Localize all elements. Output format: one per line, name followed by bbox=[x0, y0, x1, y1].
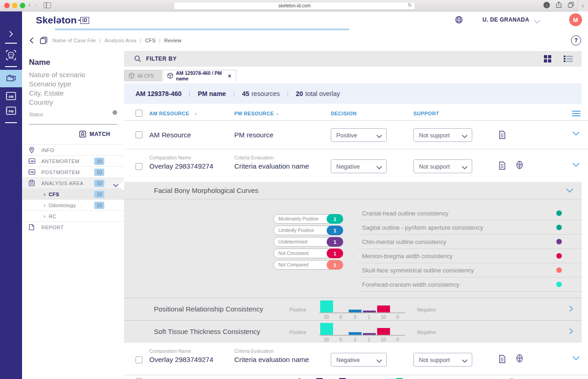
rail-case-files-button[interactable] bbox=[0, 73, 22, 85]
criteria-evaluation-name: Criteria evaluation name bbox=[234, 162, 309, 170]
close-tab-icon[interactable]: ✕ bbox=[228, 74, 232, 79]
breadcrumb-item[interactable]: Name of Case File bbox=[52, 38, 96, 43]
skull-overlay-icon[interactable] bbox=[515, 354, 524, 363]
report-document-icon[interactable] bbox=[498, 161, 506, 170]
match-icon bbox=[79, 130, 86, 138]
back-chevron-icon[interactable] bbox=[29, 37, 34, 46]
nav-item-report[interactable]: REPORT bbox=[22, 221, 124, 232]
rail-face-scan-button[interactable] bbox=[0, 49, 22, 61]
criterion-row[interactable]: Chin-mental outline consistency bbox=[357, 235, 582, 249]
sort-asc-icon[interactable]: ▲ bbox=[194, 112, 198, 116]
bar-column bbox=[319, 323, 334, 335]
close-window-button[interactable] bbox=[4, 3, 10, 8]
am-icon: AM bbox=[28, 158, 36, 164]
select-all-checkbox[interactable] bbox=[136, 110, 142, 117]
breadcrumb-item[interactable]: Review bbox=[164, 38, 181, 43]
chevron-down-icon bbox=[462, 357, 468, 364]
match-label: MATCH bbox=[90, 131, 110, 137]
breadcrumb-item[interactable]: Analysis Area bbox=[105, 38, 136, 43]
nav-item-info[interactable]: INFO bbox=[22, 144, 124, 155]
nav-item-antemortem[interactable]: AMANTEMORTEM10 bbox=[22, 155, 124, 166]
new-tab-button[interactable]: + bbox=[577, 0, 588, 11]
report-document-icon[interactable] bbox=[498, 355, 506, 363]
bar-undetermined bbox=[363, 311, 376, 312]
browser-sidebar-icon[interactable] bbox=[44, 2, 51, 8]
row-checkbox[interactable] bbox=[136, 163, 142, 170]
expand-row-chevron[interactable] bbox=[572, 131, 580, 136]
criterion-row[interactable]: Forehead-cranium width consistency bbox=[357, 277, 582, 292]
rail-postmortem-button[interactable]: PM bbox=[0, 105, 22, 116]
decision-select[interactable]: Negative bbox=[331, 159, 387, 173]
org-chevron-down-icon[interactable] bbox=[534, 17, 540, 26]
criterion-row[interactable]: Cranial-head outline consistency bbox=[357, 206, 582, 221]
sort-asc-icon[interactable]: ▲ bbox=[276, 112, 279, 116]
nav-item-odontology[interactable]: ›Odontology10 bbox=[22, 199, 124, 210]
criterion-label: Forehead-cranium width consistency bbox=[362, 281, 459, 288]
nav-item-label: Odontology bbox=[49, 203, 76, 208]
match-button[interactable]: MATCH bbox=[22, 130, 110, 138]
list-view-icon[interactable] bbox=[563, 55, 573, 63]
tab-all-cfs[interactable]: All CFS bbox=[124, 70, 162, 81]
browser-back-button[interactable]: ‹ bbox=[28, 1, 30, 8]
col-am-resource[interactable]: AM RESOURCE bbox=[149, 111, 189, 116]
support-select[interactable]: Not support bbox=[413, 353, 472, 367]
support-select[interactable]: Not support bbox=[413, 128, 472, 142]
count-badge: 10 bbox=[94, 180, 104, 187]
nav-item-cfs[interactable]: ›CFS10 bbox=[22, 188, 124, 199]
nav-item-postmortem[interactable]: PMPOSTMORTEM10 bbox=[22, 166, 124, 177]
case-file-pages-icon[interactable] bbox=[40, 36, 48, 46]
breadcrumb-bar: Name of Case File|Analysis Area|CFS|Revi… bbox=[22, 30, 588, 51]
overlay-row: Comparation Name Overlay 2983749274 Crit… bbox=[124, 149, 588, 182]
legend-pill-label: Limitedly Positive bbox=[278, 228, 314, 233]
nav-item-analysis-area[interactable]: ANALYSIS AREA10 bbox=[22, 177, 124, 188]
address-bar[interactable]: skeleton-id.com ↻ bbox=[174, 2, 415, 10]
legend-count-badge: 1 bbox=[327, 260, 343, 270]
browser-forward-button[interactable]: › bbox=[35, 1, 37, 8]
col-pm-resource[interactable]: PM RESOURCE bbox=[234, 111, 274, 116]
rail-antemortem-button[interactable]: AM bbox=[0, 91, 22, 102]
table-menu-icon[interactable] bbox=[572, 111, 581, 118]
criterion-row[interactable]: Skull-face symmetrical outline consisten… bbox=[357, 263, 582, 277]
tab-am-pm[interactable]: AM 129378-460 / PM name ✕ bbox=[163, 70, 236, 81]
bar-column bbox=[319, 300, 334, 312]
case-name-title: Name bbox=[29, 58, 124, 67]
open-detail-chevron[interactable] bbox=[569, 328, 573, 335]
open-detail-chevron[interactable] bbox=[569, 305, 573, 312]
help-button[interactable]: ? bbox=[571, 35, 581, 45]
minimize-window-button[interactable] bbox=[12, 3, 17, 8]
organization-name[interactable]: U. DE GRANADA bbox=[482, 17, 529, 23]
tab-overview-icon[interactable] bbox=[568, 2, 574, 8]
criterion-row[interactable]: Sagital outline - pyriform aperture cons… bbox=[357, 221, 582, 235]
comparison-summary-bar: AM 129378-460 PM name 45 resources 20 to… bbox=[124, 83, 582, 104]
pm-resource-row: PM name 0.9 2.32984 2D M 2D M M bbox=[124, 375, 588, 379]
breadcrumb-item[interactable]: CFS bbox=[145, 38, 156, 43]
row-checkbox[interactable] bbox=[136, 356, 142, 363]
report-document-icon[interactable] bbox=[498, 130, 506, 139]
nav-item-label: INFO bbox=[41, 147, 54, 153]
criterion-label: Sagital outline - pyriform aperture cons… bbox=[362, 224, 483, 231]
user-avatar[interactable]: M bbox=[569, 13, 582, 26]
share-icon[interactable] bbox=[556, 1, 562, 8]
expand-row-chevron[interactable] bbox=[572, 356, 580, 361]
reload-icon[interactable]: ↻ bbox=[408, 2, 412, 8]
collapse-section-chevron[interactable] bbox=[566, 188, 573, 193]
criteria-evaluation-name: Criteria evaluation name bbox=[234, 356, 309, 363]
filter-bar[interactable]: FILTER BY bbox=[124, 51, 582, 67]
support-select[interactable]: Not support bbox=[413, 159, 472, 173]
bar-value: 0 bbox=[334, 337, 348, 342]
skull-overlay-icon[interactable] bbox=[515, 160, 524, 170]
curves-section: Facial Bony Morphological Curves Moderat… bbox=[124, 182, 582, 343]
downloads-icon[interactable]: ↓ bbox=[543, 2, 550, 8]
collapse-row-chevron[interactable] bbox=[572, 163, 580, 167]
zoom-window-button[interactable] bbox=[20, 3, 25, 8]
case-panel: Name Nature of scenario Scenario type Ci… bbox=[22, 51, 124, 379]
criterion-row[interactable]: Menton-bregma width consistency bbox=[357, 249, 582, 263]
curves-section-header[interactable]: Facial Bony Morphological Curves bbox=[124, 182, 582, 199]
rail-expand-button[interactable] bbox=[0, 29, 22, 39]
nav-item-rc[interactable]: ›RC bbox=[22, 210, 124, 221]
grid-view-icon[interactable] bbox=[543, 54, 552, 63]
decision-select[interactable]: Negative bbox=[331, 353, 387, 367]
language-globe-icon[interactable] bbox=[455, 16, 463, 26]
row-checkbox[interactable] bbox=[136, 131, 142, 138]
decision-select[interactable]: Positive bbox=[331, 128, 387, 142]
